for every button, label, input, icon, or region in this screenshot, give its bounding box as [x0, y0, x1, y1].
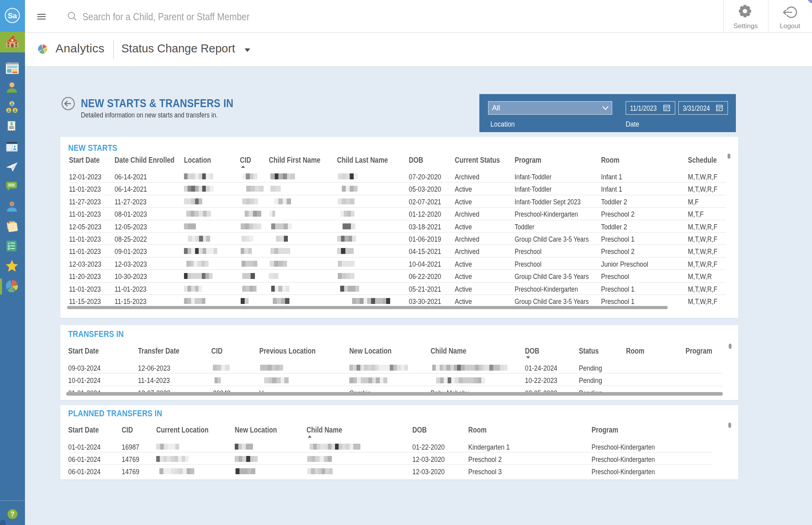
svg-text:$: $ — [10, 121, 13, 126]
